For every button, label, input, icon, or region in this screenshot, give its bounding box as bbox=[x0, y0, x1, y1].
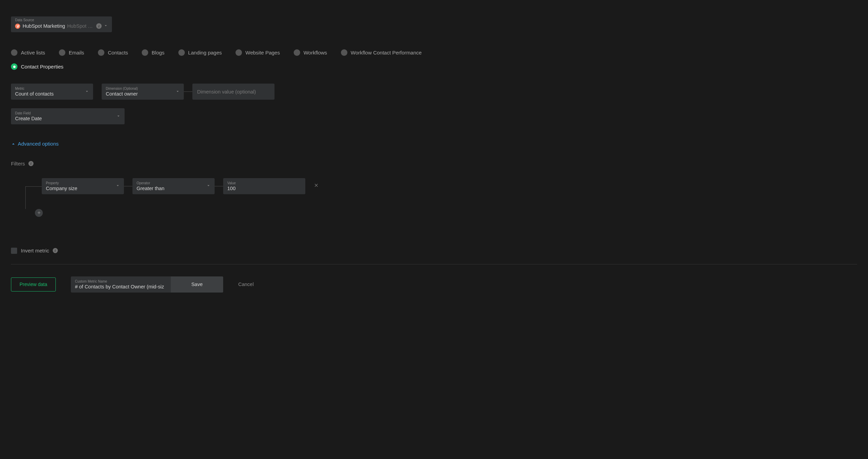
dimension-value-input[interactable] bbox=[192, 84, 275, 100]
radio-dot-icon bbox=[294, 49, 300, 56]
filter-area: Property Company size Operator Greater t… bbox=[11, 178, 857, 217]
add-filter-button[interactable] bbox=[35, 209, 43, 217]
data-source-subname: HubSpot … bbox=[67, 23, 93, 29]
data-type-radio-group: Active listsEmailsContactsBlogsLanding p… bbox=[11, 49, 857, 56]
date-field-value: Create Date bbox=[15, 116, 120, 121]
radio-dot-icon bbox=[59, 49, 65, 56]
chevron-down-icon bbox=[85, 89, 89, 95]
filter-property-label: Property bbox=[46, 181, 120, 185]
connector-line bbox=[215, 186, 223, 186]
filter-value-input[interactable]: Value bbox=[223, 178, 305, 194]
data-source-label: Data Source bbox=[15, 18, 34, 22]
radio-dot-icon bbox=[235, 49, 242, 56]
radio-label: Contacts bbox=[108, 50, 128, 55]
radio-label: Contact Properties bbox=[21, 64, 63, 70]
filter-operator-value: Greater than bbox=[137, 186, 210, 191]
filter-operator-select[interactable]: Operator Greater than bbox=[132, 178, 215, 194]
custom-metric-name-group: Custom Metric Name Save bbox=[71, 276, 223, 293]
radio-label: Emails bbox=[69, 50, 84, 55]
data-type-radio[interactable]: Active lists bbox=[11, 49, 45, 56]
filters-header: Filters i bbox=[11, 161, 857, 166]
radio-dot-icon bbox=[341, 49, 347, 56]
radio-label: Website Pages bbox=[245, 50, 280, 55]
data-type-radio[interactable]: Workflows bbox=[294, 49, 327, 56]
chevron-up-icon bbox=[11, 141, 16, 146]
filter-operator-label: Operator bbox=[137, 181, 210, 185]
metric-dimension-row: Metric Count of contacts Dimension (Opti… bbox=[11, 84, 857, 100]
data-type-radio[interactable]: Contacts bbox=[98, 49, 128, 56]
info-icon[interactable]: i bbox=[28, 161, 34, 166]
data-source-name: HubSpot Marketing bbox=[23, 23, 65, 29]
radio-label: Workflows bbox=[304, 50, 327, 55]
metric-select[interactable]: Metric Count of contacts bbox=[11, 84, 93, 100]
info-icon[interactable]: i bbox=[53, 248, 58, 253]
filters-label: Filters bbox=[11, 161, 25, 166]
radio-label: Workflow Contact Performance bbox=[351, 50, 422, 55]
data-type-radio[interactable]: Landing pages bbox=[178, 49, 222, 56]
radio-dot-icon bbox=[178, 49, 185, 56]
filter-property-select[interactable]: Property Company size bbox=[42, 178, 124, 194]
hubspot-icon bbox=[15, 24, 20, 29]
date-field-row: Date Field Create Date bbox=[11, 108, 857, 124]
radio-label: Landing pages bbox=[188, 50, 222, 55]
invert-metric-label: Invert metric bbox=[21, 248, 49, 253]
svg-point-2 bbox=[17, 26, 18, 27]
filter-value-label: Value bbox=[227, 181, 301, 185]
filter-row: Property Company size Operator Greater t… bbox=[42, 178, 857, 194]
metric-value: Count of contacts bbox=[15, 91, 89, 97]
advanced-options-label: Advanced options bbox=[18, 141, 59, 147]
data-type-radio[interactable]: Emails bbox=[59, 49, 84, 56]
data-type-radio[interactable]: Contact Properties bbox=[11, 63, 63, 70]
custom-metric-name-input-wrap[interactable]: Custom Metric Name bbox=[71, 276, 171, 293]
invert-metric-row: Invert metric i bbox=[11, 248, 857, 254]
data-type-radio[interactable]: Workflow Contact Performance bbox=[341, 49, 422, 56]
date-field-label: Date Field bbox=[15, 111, 120, 115]
chevron-down-icon[interactable] bbox=[104, 23, 108, 29]
advanced-options-toggle[interactable]: Advanced options bbox=[11, 141, 59, 147]
dimension-label: Dimension (Optional) bbox=[106, 87, 180, 90]
radio-label: Active lists bbox=[21, 50, 45, 55]
date-field-select[interactable]: Date Field Create Date bbox=[11, 108, 125, 124]
invert-metric-checkbox[interactable] bbox=[11, 248, 17, 254]
data-type-radio[interactable]: Blogs bbox=[142, 49, 165, 56]
svg-line-3 bbox=[17, 25, 18, 26]
custom-metric-name-label: Custom Metric Name bbox=[75, 280, 167, 283]
radio-dot-icon bbox=[98, 49, 104, 56]
connector-line bbox=[124, 186, 132, 186]
filter-value-field[interactable] bbox=[227, 186, 301, 191]
close-icon[interactable] bbox=[314, 183, 319, 189]
tree-line-vertical bbox=[25, 186, 26, 209]
chevron-down-icon bbox=[116, 113, 120, 120]
filter-property-value: Company size bbox=[46, 186, 120, 191]
svg-rect-1 bbox=[18, 26, 18, 27]
data-type-radio[interactable]: Website Pages bbox=[235, 49, 280, 56]
dimension-value: Contact owner bbox=[106, 91, 180, 97]
info-icon[interactable]: i bbox=[96, 23, 102, 29]
footer-row: Preview data Custom Metric Name Save Can… bbox=[11, 276, 857, 293]
connector-line bbox=[184, 91, 192, 92]
data-source-chip[interactable]: Data Source HubSpot Marketing HubSpot … … bbox=[11, 16, 112, 32]
metric-label: Metric bbox=[15, 87, 89, 90]
chevron-down-icon bbox=[176, 89, 180, 95]
chevron-down-icon bbox=[116, 183, 120, 189]
save-button[interactable]: Save bbox=[171, 276, 223, 293]
radio-dot-icon bbox=[142, 49, 148, 56]
dimension-select[interactable]: Dimension (Optional) Contact owner bbox=[102, 84, 184, 100]
cancel-button[interactable]: Cancel bbox=[238, 282, 254, 287]
chevron-down-icon bbox=[206, 183, 210, 189]
tree-line-horizontal bbox=[25, 186, 42, 187]
preview-data-button[interactable]: Preview data bbox=[11, 277, 56, 291]
custom-metric-name-input[interactable] bbox=[75, 284, 167, 289]
data-type-radio-group-2: Contact Properties bbox=[11, 63, 857, 70]
divider bbox=[11, 264, 857, 264]
radio-dot-icon bbox=[11, 63, 17, 70]
radio-dot-icon bbox=[11, 49, 17, 56]
radio-label: Blogs bbox=[152, 50, 165, 55]
